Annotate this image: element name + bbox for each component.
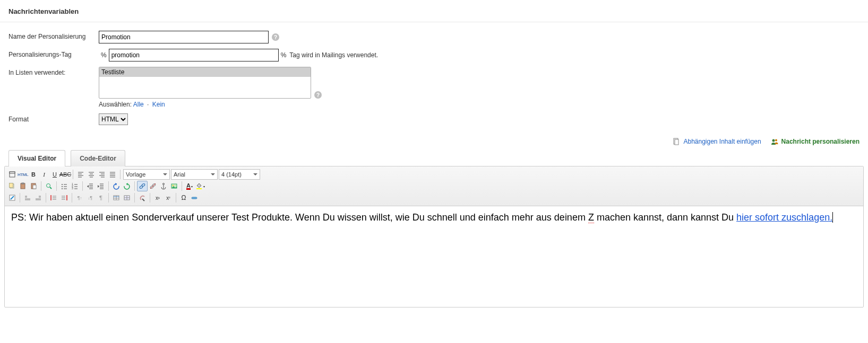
svg-rect-59 [196, 188, 202, 189]
svg-point-50 [139, 186, 143, 189]
unlink-button[interactable] [148, 181, 158, 191]
lists-select[interactable]: Testliste [99, 67, 311, 99]
tab-visual-editor[interactable]: Visual Editor [8, 150, 65, 166]
ordered-list-button[interactable]: 123 [70, 181, 80, 191]
tag-hint: Tag wird in Mailings verwendet. [289, 51, 378, 59]
align-right-button[interactable] [97, 169, 107, 180]
editor-text-mid: machen kannst, dann kannst Du [594, 212, 736, 223]
help-icon[interactable]: ? [272, 33, 279, 41]
svg-point-58 [173, 185, 174, 186]
form-area: Name der Personalisierung ? Personalisie… [0, 22, 868, 135]
link-button[interactable] [137, 181, 148, 191]
paste-button[interactable] [18, 181, 28, 191]
svg-point-2 [772, 139, 775, 142]
font-size-select[interactable]: 4 (14pt) [219, 169, 260, 180]
copy-button[interactable] [7, 181, 18, 191]
editor-container: HTML B I U ABC Vorlage Arial 4 (14pt) 12… [4, 166, 864, 307]
people-icon [771, 138, 778, 145]
align-justify-button[interactable] [107, 169, 118, 180]
tab-code-editor[interactable]: Code-Editor [71, 150, 125, 166]
select-label: Auswählen: [99, 101, 132, 108]
row-tag: Personalisierungs-Tag % % Tag wird in Ma… [8, 49, 860, 61]
svg-point-3 [775, 139, 777, 142]
font-family-select[interactable]: Arial [171, 169, 218, 180]
svg-rect-23 [10, 183, 13, 188]
quote-right-icon[interactable] [59, 192, 70, 203]
svg-rect-1 [675, 139, 678, 145]
select-all-link[interactable]: Alle [133, 101, 144, 108]
svg-rect-25 [22, 183, 24, 184]
svg-rect-82 [192, 197, 197, 199]
svg-text:3: 3 [72, 187, 73, 190]
text-color-button[interactable]: A▾ [184, 181, 195, 191]
personalize-link[interactable]: Nachricht personalisieren [771, 138, 860, 145]
p-before-icon[interactable]: ¶↑ [74, 192, 85, 203]
subscript-button[interactable]: x₂ [152, 192, 163, 203]
special-char-button[interactable]: Ω [178, 192, 189, 203]
personalize-label: Nachricht personalisieren [781, 138, 860, 145]
p-after-icon[interactable]: ↓¶ [85, 192, 96, 203]
bold-button[interactable]: B [28, 169, 39, 180]
svg-point-51 [141, 183, 145, 187]
editor-spell-error: Z [588, 212, 594, 223]
svg-rect-64 [39, 196, 41, 198]
find-button[interactable] [44, 181, 54, 191]
editor-toolbar: HTML B I U ABC Vorlage Arial 4 (14pt) 12… [5, 166, 863, 206]
outdent-button[interactable] [85, 181, 96, 191]
editor-content[interactable]: PS: Wir haben aktuell einen Sonderverkau… [5, 206, 863, 307]
insert-dependent-label: Abhängigen Inhalt einfügen [683, 138, 761, 145]
align-center-button[interactable] [86, 169, 97, 180]
insert-dependent-link[interactable]: Abhängigen Inhalt einfügen [673, 138, 761, 145]
svg-point-55 [163, 183, 165, 185]
paste-text-button[interactable] [28, 181, 39, 191]
tag-suffix: % [279, 51, 289, 59]
unordered-list-button[interactable] [59, 181, 70, 191]
actions-row: Abhängigen Inhalt einfügen Nachricht per… [0, 135, 868, 149]
edit-icon[interactable] [7, 192, 18, 203]
svg-rect-61 [25, 196, 27, 198]
undo-button[interactable] [111, 181, 122, 191]
underline-button[interactable]: U [49, 169, 60, 180]
row-format: Format HTML [8, 113, 860, 125]
source-button[interactable] [7, 169, 18, 180]
format-select[interactable]: HTML [99, 113, 128, 125]
editor-link[interactable]: hier sofort zuschlagen. [736, 212, 832, 223]
quote-left-icon[interactable] [48, 192, 59, 203]
row-name: Name der Personalisierung ? [8, 31, 860, 43]
anchor-button[interactable] [158, 181, 169, 191]
superscript-button[interactable]: x² [163, 192, 174, 203]
remove-format-button[interactable] [137, 192, 148, 203]
svg-point-31 [62, 186, 63, 187]
editor-tabs: Visual Editor Code-Editor [0, 150, 868, 166]
redo-button[interactable] [122, 181, 132, 191]
hr-button[interactable] [189, 192, 200, 203]
align-left-button[interactable] [75, 169, 86, 180]
block-right-icon[interactable] [33, 192, 44, 203]
list-option-0[interactable]: Testliste [99, 67, 311, 77]
document-icon [673, 138, 680, 145]
text-caret [832, 212, 833, 223]
row-lists: In Listen verwendet: Testliste ? Auswähl… [8, 67, 860, 108]
html-button[interactable]: HTML [18, 169, 28, 180]
template-select[interactable]: Vorlage [123, 169, 170, 180]
format-label: Format [8, 113, 99, 123]
tag-input[interactable] [109, 49, 279, 61]
help-icon[interactable]: ? [314, 91, 322, 99]
lists-label: In Listen verwendet: [8, 67, 99, 76]
italic-button[interactable]: I [39, 169, 49, 180]
select-none-link[interactable]: Kein [152, 101, 165, 108]
tag-label: Personalisierungs-Tag [8, 49, 99, 58]
indent-button[interactable] [96, 181, 106, 191]
background-color-button[interactable]: ▾ [195, 181, 205, 191]
paragraph-icon[interactable]: ¶ [96, 192, 106, 203]
strike-button[interactable]: ABC [60, 169, 71, 180]
svg-line-29 [50, 187, 51, 189]
table-props-button[interactable] [122, 192, 132, 203]
svg-rect-27 [33, 185, 36, 189]
block-left-icon[interactable] [22, 192, 33, 203]
svg-point-28 [47, 184, 50, 188]
name-input[interactable] [99, 31, 269, 43]
name-label: Name der Personalisierung [8, 31, 99, 40]
image-button[interactable] [169, 181, 179, 191]
table-button[interactable] [111, 192, 122, 203]
